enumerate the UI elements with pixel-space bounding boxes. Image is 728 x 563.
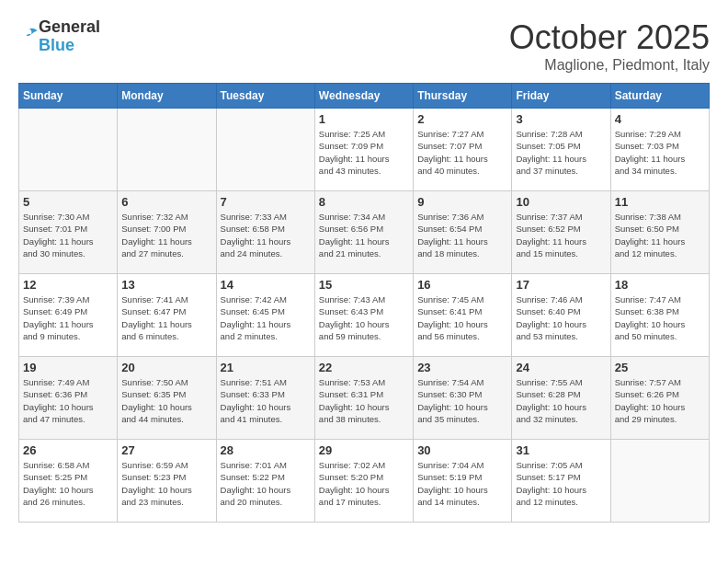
day-number: 20 [121, 361, 211, 374]
day-number: 28 [221, 443, 311, 457]
day-info: Sunrise: 7:47 AMSunset: 6:38 PMDaylight:… [615, 293, 705, 342]
calendar-cell: 7Sunrise: 7:33 AMSunset: 6:58 PMDaylight… [216, 191, 314, 274]
day-info: Sunrise: 6:58 AMSunset: 5:25 PMDaylight:… [23, 459, 113, 508]
day-info: Sunrise: 7:30 AMSunset: 7:01 PMDaylight:… [23, 211, 113, 259]
day-info: Sunrise: 7:53 AMSunset: 6:31 PMDaylight:… [319, 376, 409, 425]
calendar-cell [610, 440, 709, 523]
day-number: 3 [516, 112, 606, 126]
day-number: 12 [23, 278, 113, 292]
day-info: Sunrise: 7:46 AMSunset: 6:40 PMDaylight:… [516, 293, 606, 342]
calendar-cell: 8Sunrise: 7:34 AMSunset: 6:56 PMDaylight… [314, 191, 413, 274]
calendar-cell: 13Sunrise: 7:41 AMSunset: 6:47 PMDayligh… [118, 274, 216, 357]
day-number: 2 [417, 112, 507, 126]
day-number: 26 [23, 443, 113, 457]
logo-bird-icon [20, 26, 39, 44]
day-info: Sunrise: 7:55 AMSunset: 6:28 PMDaylight:… [516, 376, 606, 425]
calendar-cell: 28Sunrise: 7:01 AMSunset: 5:22 PMDayligh… [216, 440, 314, 523]
calendar-week-row: 26Sunrise: 6:58 AMSunset: 5:25 PMDayligh… [19, 440, 710, 523]
calendar-week-row: 12Sunrise: 7:39 AMSunset: 6:49 PMDayligh… [19, 274, 710, 357]
day-info: Sunrise: 7:29 AMSunset: 7:03 PMDaylight:… [615, 128, 705, 177]
calendar-cell: 1Sunrise: 7:25 AMSunset: 7:09 PMDaylight… [314, 109, 413, 191]
weekday-header-saturday: Saturday [610, 84, 709, 109]
calendar-cell: 14Sunrise: 7:42 AMSunset: 6:45 PMDayligh… [216, 274, 314, 357]
calendar-cell: 24Sunrise: 7:55 AMSunset: 6:28 PMDayligh… [512, 357, 610, 440]
day-number: 31 [516, 443, 606, 457]
day-number: 21 [221, 361, 311, 374]
day-info: Sunrise: 7:49 AMSunset: 6:36 PMDaylight:… [23, 376, 113, 425]
day-info: Sunrise: 7:33 AMSunset: 6:58 PMDaylight:… [221, 211, 311, 259]
day-info: Sunrise: 7:02 AMSunset: 5:20 PMDaylight:… [319, 459, 409, 508]
calendar-week-row: 19Sunrise: 7:49 AMSunset: 6:36 PMDayligh… [19, 357, 710, 440]
calendar-cell: 12Sunrise: 7:39 AMSunset: 6:49 PMDayligh… [19, 274, 118, 357]
day-info: Sunrise: 7:51 AMSunset: 6:33 PMDaylight:… [221, 376, 311, 425]
calendar-body: 1Sunrise: 7:25 AMSunset: 7:09 PMDaylight… [19, 109, 710, 523]
day-info: Sunrise: 7:41 AMSunset: 6:47 PMDaylight:… [121, 293, 211, 342]
calendar-cell: 6Sunrise: 7:32 AMSunset: 7:00 PMDaylight… [118, 191, 216, 274]
weekday-header-row: SundayMondayTuesdayWednesdayThursdayFrid… [19, 84, 710, 109]
day-info: Sunrise: 7:01 AMSunset: 5:22 PMDaylight:… [221, 459, 311, 508]
day-number: 18 [615, 278, 705, 292]
day-number: 27 [121, 443, 211, 457]
location-title: Maglione, Piedmont, Italy [509, 57, 710, 74]
title-area: October 2025 Maglione, Piedmont, Italy [509, 18, 710, 74]
day-number: 8 [319, 195, 409, 209]
calendar-cell: 18Sunrise: 7:47 AMSunset: 6:38 PMDayligh… [610, 274, 709, 357]
calendar-cell: 22Sunrise: 7:53 AMSunset: 6:31 PMDayligh… [314, 357, 413, 440]
day-number: 10 [516, 195, 606, 209]
calendar-cell: 17Sunrise: 7:46 AMSunset: 6:40 PMDayligh… [512, 274, 610, 357]
day-info: Sunrise: 7:27 AMSunset: 7:07 PMDaylight:… [417, 128, 507, 177]
day-number: 5 [23, 195, 113, 209]
day-info: Sunrise: 7:45 AMSunset: 6:41 PMDaylight:… [417, 293, 507, 342]
calendar-cell: 30Sunrise: 7:04 AMSunset: 5:19 PMDayligh… [414, 440, 512, 523]
day-number: 11 [615, 195, 705, 209]
day-number: 1 [319, 112, 409, 126]
calendar-cell: 31Sunrise: 7:05 AMSunset: 5:17 PMDayligh… [512, 440, 610, 523]
day-info: Sunrise: 7:05 AMSunset: 5:17 PMDaylight:… [516, 459, 606, 508]
logo-general-text: General [39, 17, 100, 36]
calendar-cell [19, 109, 118, 191]
weekday-header-monday: Monday [118, 84, 216, 109]
calendar-cell: 20Sunrise: 7:50 AMSunset: 6:35 PMDayligh… [118, 357, 216, 440]
day-info: Sunrise: 7:39 AMSunset: 6:49 PMDaylight:… [23, 293, 113, 342]
calendar-week-row: 5Sunrise: 7:30 AMSunset: 7:01 PMDaylight… [19, 191, 710, 274]
day-info: Sunrise: 7:36 AMSunset: 6:54 PMDaylight:… [417, 211, 507, 259]
day-number: 23 [417, 361, 507, 374]
calendar-cell: 4Sunrise: 7:29 AMSunset: 7:03 PMDaylight… [610, 109, 709, 191]
weekday-header-wednesday: Wednesday [314, 84, 413, 109]
day-number: 7 [221, 195, 311, 209]
calendar-cell: 27Sunrise: 6:59 AMSunset: 5:23 PMDayligh… [118, 440, 216, 523]
calendar-cell: 26Sunrise: 6:58 AMSunset: 5:25 PMDayligh… [19, 440, 118, 523]
calendar-cell: 29Sunrise: 7:02 AMSunset: 5:20 PMDayligh… [314, 440, 413, 523]
day-number: 6 [121, 195, 211, 209]
day-number: 25 [615, 361, 705, 374]
day-info: Sunrise: 7:25 AMSunset: 7:09 PMDaylight:… [319, 128, 409, 177]
header: General Blue October 2025 Maglione, Pied… [18, 18, 710, 74]
logo: General Blue [18, 18, 100, 55]
calendar-cell: 2Sunrise: 7:27 AMSunset: 7:07 PMDaylight… [414, 109, 512, 191]
day-info: Sunrise: 7:42 AMSunset: 6:45 PMDaylight:… [221, 293, 311, 342]
weekday-header-sunday: Sunday [19, 84, 118, 109]
calendar-cell: 23Sunrise: 7:54 AMSunset: 6:30 PMDayligh… [414, 357, 512, 440]
calendar-week-row: 1Sunrise: 7:25 AMSunset: 7:09 PMDaylight… [19, 109, 710, 191]
calendar-cell [118, 109, 216, 191]
day-info: Sunrise: 7:38 AMSunset: 6:50 PMDaylight:… [615, 211, 705, 259]
day-info: Sunrise: 7:32 AMSunset: 7:00 PMDaylight:… [121, 211, 211, 259]
weekday-header-friday: Friday [512, 84, 610, 109]
day-number: 22 [319, 361, 409, 374]
day-number: 14 [221, 278, 311, 292]
day-info: Sunrise: 6:59 AMSunset: 5:23 PMDaylight:… [121, 459, 211, 508]
calendar-cell: 10Sunrise: 7:37 AMSunset: 6:52 PMDayligh… [512, 191, 610, 274]
day-info: Sunrise: 7:57 AMSunset: 6:26 PMDaylight:… [615, 376, 705, 425]
day-number: 9 [417, 195, 507, 209]
day-number: 15 [319, 278, 409, 292]
day-info: Sunrise: 7:54 AMSunset: 6:30 PMDaylight:… [417, 376, 507, 425]
day-number: 13 [121, 278, 211, 292]
day-number: 24 [516, 361, 606, 374]
calendar-cell [216, 109, 314, 191]
calendar-cell: 15Sunrise: 7:43 AMSunset: 6:43 PMDayligh… [314, 274, 413, 357]
calendar-cell: 16Sunrise: 7:45 AMSunset: 6:41 PMDayligh… [414, 274, 512, 357]
weekday-header-thursday: Thursday [414, 84, 512, 109]
calendar-cell: 25Sunrise: 7:57 AMSunset: 6:26 PMDayligh… [610, 357, 709, 440]
calendar-table: SundayMondayTuesdayWednesdayThursdayFrid… [18, 83, 710, 523]
day-number: 30 [417, 443, 507, 457]
